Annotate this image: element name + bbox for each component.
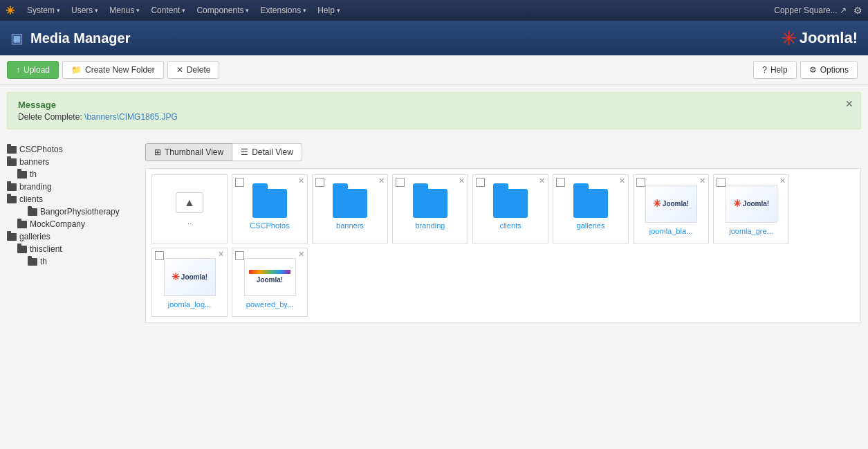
options-button[interactable]: ⚙ Options [800, 61, 858, 79]
thumb-checkbox-joomla-log[interactable] [155, 251, 164, 260]
thumb-label-joomla-log: joomla_log... [165, 300, 214, 309]
sidebar-item-thisclient[interactable]: thisclient [7, 243, 138, 255]
powered-by-logo: Joomla! [257, 276, 283, 284]
up-arrow-button[interactable]: ▲ [176, 192, 203, 213]
nav-item-content[interactable]: Content ▾ [145, 0, 191, 21]
thumb-checkbox-joomla-gre[interactable] [717, 178, 726, 187]
thumb-checkbox-powered-by[interactable] [235, 251, 244, 260]
joomla-navbar-brand: ✳ [6, 4, 15, 17]
thumb-label-cscphotos: CSCPhotos [247, 221, 292, 230]
sidebar-item-branding[interactable]: branding [7, 181, 138, 193]
list-icon: ☰ [241, 147, 248, 157]
help-icon: ? [762, 65, 767, 75]
delete-icon: ✕ [176, 65, 183, 75]
folder-create-icon: 📁 [71, 65, 82, 75]
thumb-img-joomla-log: ✳ Joomla! [162, 256, 217, 297]
site-link[interactable]: Copper Square... ↗ [774, 6, 847, 15]
upload-icon: ↑ [16, 65, 20, 75]
upload-button[interactable]: ↑ Upload [7, 61, 59, 79]
toolbar: ↑ Upload 📁 Create New Folder ✕ Delete ? … [0, 55, 868, 85]
sidebar-item-bangor[interactable]: BangorPhysiotherapy [7, 205, 138, 218]
thumb-folder-clients[interactable]: ✕ clients [472, 174, 548, 244]
nav-item-help[interactable]: Help ▾ [312, 0, 346, 21]
thumb-close-powered-by[interactable]: ✕ [298, 250, 304, 258]
users-dropdown-arrow: ▾ [95, 7, 98, 14]
thumb-checkbox-clients[interactable] [476, 178, 485, 187]
detail-view-button[interactable]: ☰ Detail View [232, 143, 302, 161]
header-bar: ▣ Media Manager ✳ Joomla! [0, 21, 868, 55]
message-close-button[interactable]: ✕ [845, 98, 853, 109]
thumb-checkbox-banners[interactable] [315, 178, 324, 187]
nav-item-users[interactable]: Users ▾ [66, 0, 104, 21]
message-box: Message Delete Complete: \banners\CIMG18… [7, 92, 861, 129]
sidebar-item-galleries[interactable]: galleries [7, 230, 138, 243]
sidebar-item-mockcompany[interactable]: MockCompany [7, 218, 138, 230]
joomla-star-icon: ✳ [781, 27, 797, 50]
thumb-folder-branding[interactable]: ✕ branding [392, 174, 468, 244]
delete-button[interactable]: ✕ Delete [167, 61, 220, 79]
thumb-label-galleries: galleries [574, 221, 608, 230]
thumb-image-joomla-log[interactable]: ✕ ✳ Joomla! joomla_log... [151, 248, 228, 317]
sidebar-item-banners[interactable]: banners [7, 156, 138, 168]
thumb-folder-cscphotos[interactable]: ✕ CSCPhotos [232, 174, 308, 244]
navbar: ✳ System ▾ Users ▾ Menus ▾ Content ▾ Com… [0, 0, 868, 21]
joomla-star-icon: ✳ [733, 198, 741, 209]
thumb-close-cscphotos[interactable]: ✕ [298, 177, 304, 185]
deleted-file-link[interactable]: \banners\CIMG1865.JPG [84, 112, 178, 122]
thumb-close-joomla-gre[interactable]: ✕ [779, 177, 786, 185]
system-dropdown-arrow: ▾ [57, 7, 60, 14]
view-toggle: ⊞ Thumbnail View ☰ Detail View [145, 143, 861, 161]
thumb-image-joomla-gre[interactable]: ✕ ✳ Joomla! joomla_gre... [713, 174, 789, 244]
thumb-img-joomla-bla: ✳ Joomla! [643, 183, 699, 224]
thumb-label-branding: branding [413, 221, 448, 230]
thumb-image-powered-by[interactable]: ✕ Joomla! powered_by... [232, 248, 308, 317]
thumb-close-clients[interactable]: ✕ [539, 177, 545, 185]
thumb-checkbox-branding[interactable] [396, 178, 405, 187]
nav-item-extensions[interactable]: Extensions ▾ [255, 0, 312, 21]
folder-icon [7, 196, 17, 203]
create-folder-button[interactable]: 📁 Create New Folder [62, 61, 164, 79]
thumb-close-galleries[interactable]: ✕ [619, 177, 625, 185]
joomla-image-mock: ✳ Joomla! [164, 258, 216, 296]
joomla-logo-text: Joomla! [800, 29, 858, 47]
thumb-label-joomla-bla: joomla_bla... [647, 227, 695, 235]
sidebar-item-cscphotos[interactable]: CSCPhotos [7, 143, 138, 156]
thumbnail-view-button[interactable]: ⊞ Thumbnail View [145, 143, 232, 161]
grid-icon: ⊞ [154, 147, 161, 157]
thumbnails-grid: ▲ .. ✕ CSCPhotos ✕ banners ✕ [145, 168, 861, 323]
thumb-close-joomla-bla[interactable]: ✕ [699, 177, 705, 185]
extensions-dropdown-arrow: ▾ [303, 7, 306, 14]
folder-icon [7, 183, 17, 191]
nav-item-components[interactable]: Components ▾ [191, 0, 255, 21]
thumb-label-powered-by: powered_by... [243, 300, 296, 309]
nav-item-system[interactable]: System ▾ [21, 0, 66, 21]
page-title: Media Manager [30, 30, 130, 46]
joomla-image-mock: ✳ Joomla! [726, 185, 777, 223]
components-dropdown-arrow: ▾ [246, 7, 249, 14]
help-button[interactable]: ? Help [753, 61, 796, 79]
thumb-close-branding[interactable]: ✕ [459, 177, 465, 185]
sidebar-item-th[interactable]: th [7, 168, 138, 181]
thumb-up-nav[interactable]: ▲ .. [151, 174, 228, 244]
sidebar-item-th2[interactable]: th [7, 255, 138, 268]
thumb-close-banners[interactable]: ✕ [378, 177, 385, 185]
thumb-folder-galleries[interactable]: ✕ galleries [553, 174, 629, 244]
sidebar: CSCPhotos banners th branding clients Ba… [7, 143, 138, 323]
thumb-folder-banners[interactable]: ✕ banners [312, 174, 388, 244]
thumb-checkbox-joomla-bla[interactable] [636, 178, 645, 187]
joomla-star-icon: ✳ [172, 271, 180, 282]
menus-dropdown-arrow: ▾ [136, 7, 140, 14]
thumb-label-joomla-gre: joomla_gre... [726, 227, 776, 235]
nav-item-menus[interactable]: Menus ▾ [104, 0, 145, 21]
folder-thumbnail-icon [252, 189, 287, 218]
thumb-close-joomla-log[interactable]: ✕ [218, 250, 224, 258]
folder-thumbnail-icon [413, 189, 447, 218]
thumb-image-joomla-bla[interactable]: ✕ ✳ Joomla! joomla_bla... [633, 174, 709, 244]
thumb-checkbox-galleries[interactable] [556, 178, 565, 187]
sidebar-item-clients[interactable]: clients [7, 193, 138, 205]
folder-icon [28, 208, 37, 216]
message-title: Message [18, 100, 850, 110]
gear-icon[interactable]: ⚙ [853, 5, 862, 16]
thumb-checkbox-cscphotos[interactable] [235, 178, 244, 187]
toolbar-right: ? Help ⚙ Options [753, 61, 861, 79]
